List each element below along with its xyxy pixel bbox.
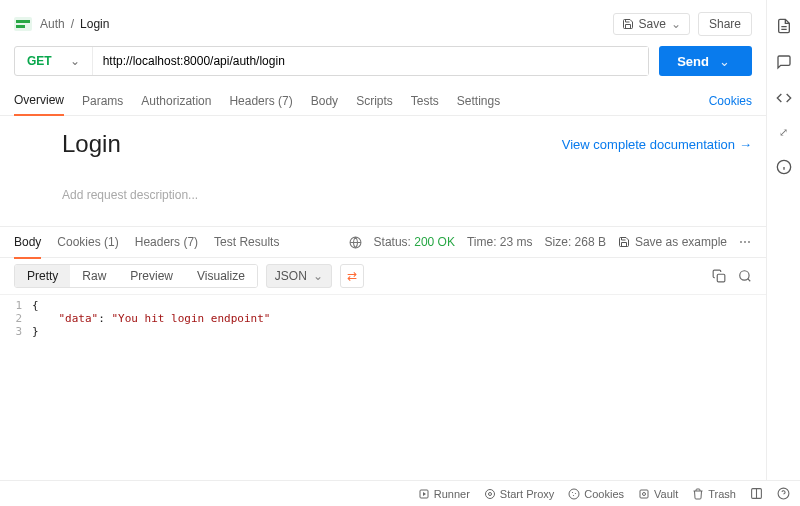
view-pretty[interactable]: Pretty — [15, 265, 70, 287]
url-input[interactable] — [92, 47, 649, 75]
save-button[interactable]: Save ⌄ — [613, 13, 690, 35]
footer-cookies[interactable]: Cookies — [568, 488, 624, 500]
send-button[interactable]: Send ⌄ — [659, 46, 752, 76]
info-icon[interactable] — [776, 159, 792, 175]
proxy-icon — [484, 488, 496, 500]
svg-point-11 — [488, 492, 491, 495]
chevron-down-icon: ⌄ — [671, 17, 681, 31]
cookie-icon — [568, 488, 580, 500]
http-method-select[interactable]: GET ⌄ — [15, 47, 92, 75]
svg-point-14 — [572, 491, 573, 492]
save-icon — [618, 236, 630, 248]
documentation-link[interactable]: View complete documentation → — [562, 137, 752, 152]
request-title[interactable]: Login — [62, 130, 121, 158]
trash-icon — [692, 488, 704, 500]
svg-rect-17 — [640, 490, 648, 498]
tab-authorization[interactable]: Authorization — [141, 86, 211, 116]
svg-point-18 — [643, 492, 646, 495]
help-icon[interactable] — [777, 487, 790, 500]
svg-rect-0 — [14, 17, 32, 31]
svg-point-5 — [740, 271, 749, 280]
svg-point-13 — [569, 489, 579, 499]
chevron-down-icon: ⌄ — [313, 269, 323, 283]
svg-point-12 — [485, 489, 494, 498]
code-icon[interactable] — [776, 90, 792, 106]
footer-vault[interactable]: Vault — [638, 488, 678, 500]
description-placeholder[interactable]: Add request description... — [62, 188, 752, 202]
format-select[interactable]: JSON ⌄ — [266, 264, 332, 288]
save-icon — [622, 18, 634, 30]
tab-params[interactable]: Params — [82, 86, 123, 116]
tab-settings[interactable]: Settings — [457, 86, 500, 116]
two-pane-icon[interactable] — [750, 487, 763, 500]
arrow-right-icon: → — [739, 137, 752, 152]
view-mode-segment: Pretty Raw Preview Visualize — [14, 264, 258, 288]
wrap-lines-icon[interactable]: ⇄ — [340, 264, 364, 288]
time-label: Time: 23 ms — [467, 235, 533, 249]
breadcrumb-collection[interactable]: Auth — [40, 17, 65, 31]
svg-line-6 — [748, 279, 751, 282]
footer-trash[interactable]: Trash — [692, 488, 736, 500]
search-icon[interactable] — [738, 269, 752, 283]
footer-runner[interactable]: Runner — [418, 488, 470, 500]
footer-start-proxy[interactable]: Start Proxy — [484, 488, 554, 500]
chevron-down-icon: ⌄ — [719, 54, 730, 69]
copy-icon[interactable] — [712, 269, 726, 283]
tab-body[interactable]: Body — [311, 86, 338, 116]
tab-overview[interactable]: Overview — [14, 86, 64, 116]
response-tab-testresults[interactable]: Test Results — [214, 226, 279, 258]
response-tab-body[interactable]: Body — [14, 227, 41, 259]
breadcrumb[interactable]: Auth / Login — [40, 17, 109, 31]
svg-point-15 — [575, 492, 576, 493]
vault-icon — [638, 488, 650, 500]
breadcrumb-request[interactable]: Login — [80, 17, 109, 31]
status-label: Status: 200 OK — [374, 235, 455, 249]
response-tab-headers[interactable]: Headers (7) — [135, 226, 198, 258]
runner-icon — [418, 488, 430, 500]
globe-icon[interactable] — [349, 236, 362, 249]
svg-rect-2 — [16, 25, 25, 28]
view-preview[interactable]: Preview — [118, 265, 185, 287]
cookies-link[interactable]: Cookies — [709, 94, 752, 108]
status-value: 200 OK — [414, 235, 455, 249]
share-button[interactable]: Share — [698, 12, 752, 36]
size-label: Size: 268 B — [545, 235, 606, 249]
svg-rect-4 — [717, 274, 725, 282]
tab-scripts[interactable]: Scripts — [356, 86, 393, 116]
response-tab-cookies[interactable]: Cookies (1) — [57, 226, 118, 258]
svg-rect-1 — [16, 20, 30, 23]
tab-headers[interactable]: Headers (7) — [229, 86, 292, 116]
document-icon[interactable] — [776, 18, 792, 34]
response-body-editor[interactable]: 1{ 2 "data": "You hit login endpoint" 3} — [0, 295, 766, 342]
more-icon[interactable]: ⋯ — [739, 235, 752, 249]
chevron-down-icon: ⌄ — [70, 54, 80, 68]
tab-tests[interactable]: Tests — [411, 86, 439, 116]
view-raw[interactable]: Raw — [70, 265, 118, 287]
expand-icon[interactable]: ⤢ — [779, 126, 788, 139]
svg-point-16 — [573, 494, 574, 495]
method-icon — [14, 17, 32, 31]
save-as-example-button[interactable]: Save as example — [618, 235, 727, 249]
comment-icon[interactable] — [776, 54, 792, 70]
view-visualize[interactable]: Visualize — [185, 265, 257, 287]
